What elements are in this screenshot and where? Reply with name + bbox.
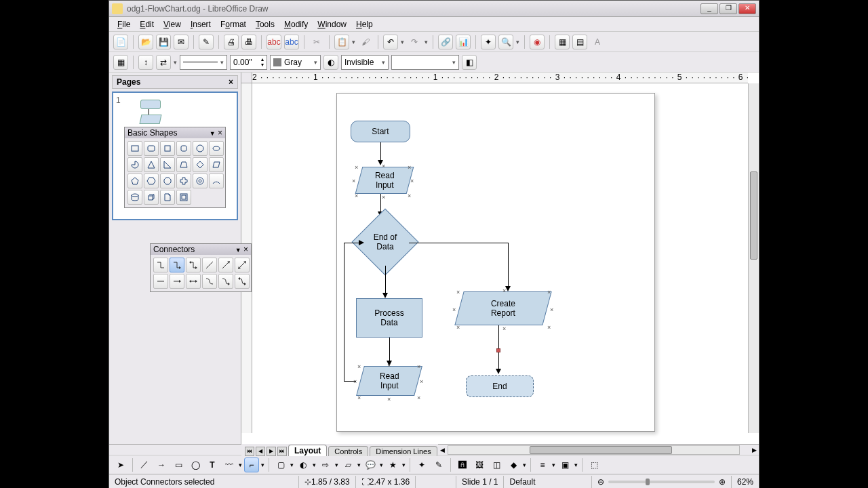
shape-ring[interactable] <box>193 174 208 188</box>
help-button[interactable]: ◉ <box>530 35 545 49</box>
connector-line-arrow[interactable] <box>218 258 233 272</box>
menu-help[interactable]: Help <box>352 18 377 30</box>
tab-dimension-lines[interactable]: Dimension Lines <box>370 446 437 456</box>
line-width-input[interactable]: 0.00"▴▾ <box>230 55 267 70</box>
shape-end[interactable]: End <box>466 375 534 397</box>
shape-pentagon[interactable] <box>127 174 142 188</box>
rectangle-tool[interactable]: ▭ <box>171 458 186 472</box>
points-tool[interactable]: ✦ <box>414 458 429 472</box>
shape-square[interactable] <box>160 141 175 156</box>
shape-read-input-2[interactable]: Read Input <box>356 366 422 396</box>
fill-color-dropdown[interactable]: ▾ <box>391 55 459 70</box>
arrange-tool[interactable]: ▣ <box>557 458 572 472</box>
nav-prev[interactable]: ◀ <box>256 447 265 456</box>
auto-spellcheck-button[interactable]: abc <box>284 35 299 49</box>
zoom-in-icon[interactable]: ⊕ <box>719 477 726 487</box>
shadow-button[interactable]: ◧ <box>462 55 477 70</box>
zoom-slider[interactable]: ⊖ ⊕ <box>592 476 731 488</box>
canvas-area[interactable]: 2 · · · · · · · · · 1 · · · · · · · · · … <box>241 73 759 444</box>
connector-curved-arrows[interactable] <box>235 274 250 289</box>
menu-tools[interactable]: Tools <box>252 18 279 30</box>
shape-process[interactable]: Process Data <box>356 298 422 338</box>
zoom-percent[interactable]: 62% <box>732 476 759 488</box>
shape-diamond[interactable] <box>193 157 208 172</box>
paste-button[interactable]: 📋 <box>334 35 349 49</box>
connector-straight-arrow[interactable] <box>170 274 184 289</box>
stars-tool[interactable]: ★ <box>385 458 400 472</box>
scrollbar-horizontal[interactable] <box>448 445 740 455</box>
hyperlink-button[interactable]: 🔗 <box>438 35 453 49</box>
ellipse-tool[interactable]: ◯ <box>188 458 203 472</box>
shape-cube[interactable] <box>144 190 159 205</box>
close-icon[interactable]: × <box>218 128 222 138</box>
tab-controls[interactable]: Controls <box>328 446 368 456</box>
undo-button[interactable]: ↶ <box>383 35 398 49</box>
connector-straight-arrows[interactable] <box>186 274 201 289</box>
shape-triangle-iso[interactable] <box>144 157 159 172</box>
connectors-header[interactable]: Connectors ▼ × <box>151 244 251 255</box>
arrow-tool[interactable]: → <box>154 458 169 472</box>
symbol-shapes-tool[interactable]: ◐ <box>296 458 311 472</box>
line-style-dropdown[interactable]: ▾ <box>180 55 227 70</box>
from-file-tool[interactable]: 🖼 <box>472 458 487 472</box>
new-button[interactable]: 📄 <box>113 35 128 49</box>
shape-parallelogram[interactable] <box>209 157 224 172</box>
close-button[interactable]: ✕ <box>738 3 756 14</box>
basic-shapes-panel[interactable]: Basic Shapes ▼ × <box>124 127 226 208</box>
navigator-button[interactable]: ✦ <box>481 35 496 49</box>
menu-file[interactable]: File <box>113 18 134 30</box>
connector-tool[interactable]: ⌐ <box>244 458 259 472</box>
export-pdf-button[interactable]: 🖨 <box>224 35 239 49</box>
redo-button[interactable]: ↷ <box>407 35 422 49</box>
zoom-out-icon[interactable]: ⊖ <box>597 477 604 487</box>
basic-shapes-header[interactable]: Basic Shapes ▼ × <box>125 127 225 138</box>
connector-standard-arrow[interactable] <box>170 258 184 272</box>
shape-paper[interactable] <box>160 190 175 205</box>
save-button[interactable]: 💾 <box>156 35 171 49</box>
drawing-page[interactable]: Start Read Input ××× ×× ××× End of Data <box>336 93 655 432</box>
flowcharts-tool[interactable]: ▱ <box>340 458 355 472</box>
shape-trapezoid[interactable] <box>176 157 191 172</box>
align-tool[interactable]: ≡ <box>535 458 550 472</box>
cut-button[interactable]: ✂ <box>309 35 324 49</box>
connector-line[interactable] <box>202 258 217 272</box>
show-grid-button[interactable]: ▦ <box>113 55 128 70</box>
connector-standard-arrows[interactable] <box>186 258 201 272</box>
close-icon[interactable]: × <box>243 245 248 254</box>
open-button[interactable]: 📂 <box>138 35 153 49</box>
ruler-horizontal[interactable]: 2 · · · · · · · · · 1 · · · · · · · · · … <box>252 73 748 83</box>
email-button[interactable]: ✉ <box>174 35 189 49</box>
shape-triangle-right[interactable] <box>160 157 175 172</box>
edit-file-button[interactable]: ✎ <box>199 35 214 49</box>
format-paint-button[interactable]: 🖌 <box>358 35 373 49</box>
print-button[interactable]: 🖶 <box>241 35 256 49</box>
shape-hexagon[interactable] <box>144 174 159 188</box>
spellcheck-button[interactable]: abc <box>267 35 281 49</box>
basic-shapes-tool[interactable]: ▢ <box>273 458 288 472</box>
nav-first[interactable]: ⏮ <box>245 447 254 456</box>
connectors-panel[interactable]: Connectors ▼ × <box>150 243 252 292</box>
connector-line-arrows[interactable] <box>235 258 250 272</box>
shape-read-input-1[interactable]: Read Input <box>355 167 414 194</box>
shape-rectangle[interactable] <box>127 141 142 156</box>
effects-tool[interactable]: ◆ <box>506 458 521 472</box>
menu-view[interactable]: View <box>159 18 185 30</box>
shape-pie[interactable] <box>127 157 142 172</box>
curve-tool[interactable]: 〰 <box>222 458 237 472</box>
nav-last[interactable]: ⏭ <box>277 447 287 456</box>
shape-decision[interactable]: End of Data <box>361 218 409 266</box>
grid-button[interactable]: ▦ <box>555 35 570 49</box>
arrow-style-button[interactable]: ↕ <box>138 55 153 70</box>
shape-circle[interactable] <box>193 141 208 156</box>
maximize-button[interactable]: ❐ <box>719 3 737 14</box>
shape-create-report[interactable]: Create Report <box>454 291 551 325</box>
fill-style-dropdown[interactable]: Invisible▾ <box>341 55 389 70</box>
menu-edit[interactable]: Edit <box>136 18 158 30</box>
menu-modify[interactable]: Modify <box>280 18 312 30</box>
guides-button[interactable]: ▤ <box>572 35 587 49</box>
gallery-tool[interactable]: ◫ <box>489 458 504 472</box>
chart-button[interactable]: 📊 <box>456 35 471 49</box>
shape-octagon[interactable] <box>160 174 175 188</box>
scrollbar-vertical[interactable] <box>748 83 759 433</box>
area-button[interactable]: ◐ <box>323 55 338 70</box>
